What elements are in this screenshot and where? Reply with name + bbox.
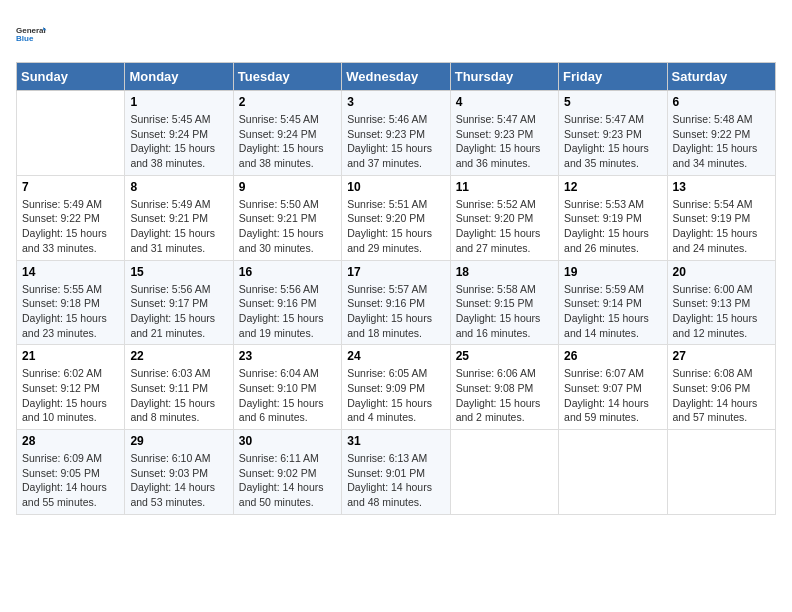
weekday-header: Thursday [450, 63, 558, 91]
day-info: Sunrise: 6:00 AMSunset: 9:13 PMDaylight:… [673, 282, 770, 341]
day-number: 11 [456, 180, 553, 194]
calendar-table: SundayMondayTuesdayWednesdayThursdayFrid… [16, 62, 776, 515]
day-info: Sunrise: 5:59 AMSunset: 9:14 PMDaylight:… [564, 282, 661, 341]
day-number: 27 [673, 349, 770, 363]
calendar-cell: 19 Sunrise: 5:59 AMSunset: 9:14 PMDaylig… [559, 260, 667, 345]
day-number: 13 [673, 180, 770, 194]
day-number: 5 [564, 95, 661, 109]
weekday-header: Saturday [667, 63, 775, 91]
day-info: Sunrise: 6:09 AMSunset: 9:05 PMDaylight:… [22, 451, 119, 510]
weekday-header: Monday [125, 63, 233, 91]
day-number: 28 [22, 434, 119, 448]
day-number: 17 [347, 265, 444, 279]
calendar-cell: 9 Sunrise: 5:50 AMSunset: 9:21 PMDayligh… [233, 175, 341, 260]
calendar-cell: 7 Sunrise: 5:49 AMSunset: 9:22 PMDayligh… [17, 175, 125, 260]
calendar-cell: 15 Sunrise: 5:56 AMSunset: 9:17 PMDaylig… [125, 260, 233, 345]
calendar-cell: 28 Sunrise: 6:09 AMSunset: 9:05 PMDaylig… [17, 430, 125, 515]
day-number: 7 [22, 180, 119, 194]
calendar-cell: 20 Sunrise: 6:00 AMSunset: 9:13 PMDaylig… [667, 260, 775, 345]
day-info: Sunrise: 5:51 AMSunset: 9:20 PMDaylight:… [347, 197, 444, 256]
calendar-cell: 10 Sunrise: 5:51 AMSunset: 9:20 PMDaylig… [342, 175, 450, 260]
day-info: Sunrise: 5:45 AMSunset: 9:24 PMDaylight:… [130, 112, 227, 171]
day-info: Sunrise: 6:11 AMSunset: 9:02 PMDaylight:… [239, 451, 336, 510]
weekday-header: Tuesday [233, 63, 341, 91]
calendar-cell: 24 Sunrise: 6:05 AMSunset: 9:09 PMDaylig… [342, 345, 450, 430]
calendar-week-row: 28 Sunrise: 6:09 AMSunset: 9:05 PMDaylig… [17, 430, 776, 515]
day-info: Sunrise: 5:55 AMSunset: 9:18 PMDaylight:… [22, 282, 119, 341]
day-number: 24 [347, 349, 444, 363]
day-number: 2 [239, 95, 336, 109]
day-info: Sunrise: 5:53 AMSunset: 9:19 PMDaylight:… [564, 197, 661, 256]
calendar-cell: 25 Sunrise: 6:06 AMSunset: 9:08 PMDaylig… [450, 345, 558, 430]
day-info: Sunrise: 5:58 AMSunset: 9:15 PMDaylight:… [456, 282, 553, 341]
day-number: 15 [130, 265, 227, 279]
calendar-cell: 30 Sunrise: 6:11 AMSunset: 9:02 PMDaylig… [233, 430, 341, 515]
calendar-cell: 29 Sunrise: 6:10 AMSunset: 9:03 PMDaylig… [125, 430, 233, 515]
day-info: Sunrise: 6:04 AMSunset: 9:10 PMDaylight:… [239, 366, 336, 425]
day-info: Sunrise: 5:57 AMSunset: 9:16 PMDaylight:… [347, 282, 444, 341]
day-info: Sunrise: 5:47 AMSunset: 9:23 PMDaylight:… [456, 112, 553, 171]
calendar-cell [17, 91, 125, 176]
day-info: Sunrise: 5:50 AMSunset: 9:21 PMDaylight:… [239, 197, 336, 256]
day-number: 9 [239, 180, 336, 194]
calendar-cell: 11 Sunrise: 5:52 AMSunset: 9:20 PMDaylig… [450, 175, 558, 260]
day-info: Sunrise: 6:05 AMSunset: 9:09 PMDaylight:… [347, 366, 444, 425]
calendar-cell: 22 Sunrise: 6:03 AMSunset: 9:11 PMDaylig… [125, 345, 233, 430]
day-number: 18 [456, 265, 553, 279]
calendar-cell: 2 Sunrise: 5:45 AMSunset: 9:24 PMDayligh… [233, 91, 341, 176]
day-info: Sunrise: 6:03 AMSunset: 9:11 PMDaylight:… [130, 366, 227, 425]
calendar-cell [559, 430, 667, 515]
logo-svg: General Blue [16, 16, 48, 52]
day-number: 25 [456, 349, 553, 363]
day-number: 4 [456, 95, 553, 109]
calendar-cell: 1 Sunrise: 5:45 AMSunset: 9:24 PMDayligh… [125, 91, 233, 176]
day-info: Sunrise: 6:02 AMSunset: 9:12 PMDaylight:… [22, 366, 119, 425]
day-number: 16 [239, 265, 336, 279]
calendar-cell: 6 Sunrise: 5:48 AMSunset: 9:22 PMDayligh… [667, 91, 775, 176]
calendar-cell: 5 Sunrise: 5:47 AMSunset: 9:23 PMDayligh… [559, 91, 667, 176]
calendar-cell: 31 Sunrise: 6:13 AMSunset: 9:01 PMDaylig… [342, 430, 450, 515]
day-number: 21 [22, 349, 119, 363]
calendar-week-row: 14 Sunrise: 5:55 AMSunset: 9:18 PMDaylig… [17, 260, 776, 345]
calendar-cell: 18 Sunrise: 5:58 AMSunset: 9:15 PMDaylig… [450, 260, 558, 345]
day-info: Sunrise: 5:56 AMSunset: 9:16 PMDaylight:… [239, 282, 336, 341]
day-number: 22 [130, 349, 227, 363]
weekday-header: Wednesday [342, 63, 450, 91]
day-number: 6 [673, 95, 770, 109]
header: General Blue [16, 16, 776, 52]
calendar-week-row: 1 Sunrise: 5:45 AMSunset: 9:24 PMDayligh… [17, 91, 776, 176]
day-info: Sunrise: 6:06 AMSunset: 9:08 PMDaylight:… [456, 366, 553, 425]
calendar-cell [667, 430, 775, 515]
calendar-cell: 27 Sunrise: 6:08 AMSunset: 9:06 PMDaylig… [667, 345, 775, 430]
day-info: Sunrise: 6:08 AMSunset: 9:06 PMDaylight:… [673, 366, 770, 425]
day-number: 8 [130, 180, 227, 194]
calendar-cell: 16 Sunrise: 5:56 AMSunset: 9:16 PMDaylig… [233, 260, 341, 345]
day-number: 20 [673, 265, 770, 279]
calendar-week-row: 7 Sunrise: 5:49 AMSunset: 9:22 PMDayligh… [17, 175, 776, 260]
day-number: 19 [564, 265, 661, 279]
calendar-cell: 12 Sunrise: 5:53 AMSunset: 9:19 PMDaylig… [559, 175, 667, 260]
day-number: 12 [564, 180, 661, 194]
day-number: 30 [239, 434, 336, 448]
day-info: Sunrise: 5:46 AMSunset: 9:23 PMDaylight:… [347, 112, 444, 171]
day-info: Sunrise: 6:07 AMSunset: 9:07 PMDaylight:… [564, 366, 661, 425]
day-info: Sunrise: 5:49 AMSunset: 9:21 PMDaylight:… [130, 197, 227, 256]
calendar-cell: 21 Sunrise: 6:02 AMSunset: 9:12 PMDaylig… [17, 345, 125, 430]
day-info: Sunrise: 6:10 AMSunset: 9:03 PMDaylight:… [130, 451, 227, 510]
day-number: 14 [22, 265, 119, 279]
day-info: Sunrise: 5:54 AMSunset: 9:19 PMDaylight:… [673, 197, 770, 256]
svg-text:Blue: Blue [16, 34, 34, 43]
calendar-header-row: SundayMondayTuesdayWednesdayThursdayFrid… [17, 63, 776, 91]
day-info: Sunrise: 5:48 AMSunset: 9:22 PMDaylight:… [673, 112, 770, 171]
day-info: Sunrise: 5:47 AMSunset: 9:23 PMDaylight:… [564, 112, 661, 171]
day-number: 3 [347, 95, 444, 109]
calendar-cell: 14 Sunrise: 5:55 AMSunset: 9:18 PMDaylig… [17, 260, 125, 345]
weekday-header: Sunday [17, 63, 125, 91]
day-number: 26 [564, 349, 661, 363]
calendar-cell: 26 Sunrise: 6:07 AMSunset: 9:07 PMDaylig… [559, 345, 667, 430]
logo: General Blue [16, 16, 48, 52]
calendar-week-row: 21 Sunrise: 6:02 AMSunset: 9:12 PMDaylig… [17, 345, 776, 430]
day-number: 23 [239, 349, 336, 363]
calendar-cell: 23 Sunrise: 6:04 AMSunset: 9:10 PMDaylig… [233, 345, 341, 430]
calendar-cell [450, 430, 558, 515]
